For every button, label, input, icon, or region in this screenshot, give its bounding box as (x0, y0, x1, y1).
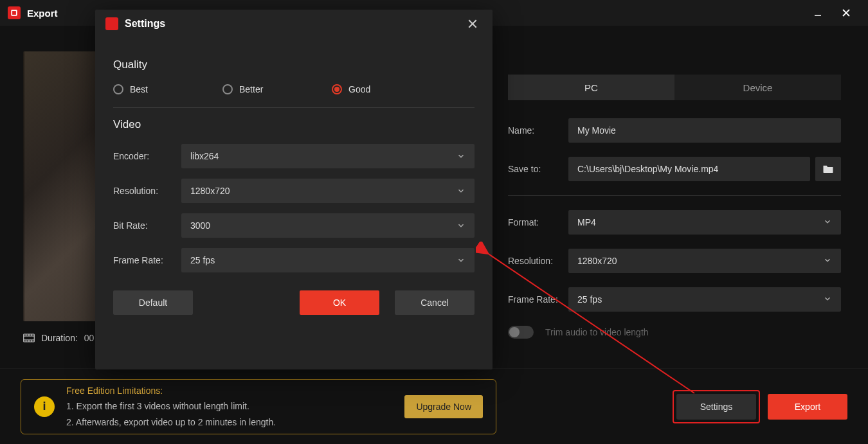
resolution-select[interactable]: 1280x720 (568, 249, 841, 273)
modal-close-button[interactable] (463, 14, 482, 33)
video-heading: Video (113, 118, 475, 131)
encoder-label: Encoder: (113, 151, 181, 161)
settings-modal: Settings Quality Best Better Good Video … (95, 10, 493, 369)
quality-best-radio[interactable]: Best (113, 84, 222, 94)
chevron-down-icon (457, 256, 466, 265)
modal-resolution-label: Resolution: (113, 186, 181, 196)
name-input[interactable] (568, 118, 841, 143)
quality-heading: Quality (113, 58, 475, 71)
encoder-select[interactable]: libx264 (181, 144, 475, 168)
default-button[interactable]: Default (113, 290, 193, 315)
modal-logo (105, 17, 118, 30)
format-value: MP4 (577, 217, 596, 227)
duration-label: Duration: (41, 333, 78, 343)
folder-icon (822, 164, 834, 173)
framerate-label: Frame Rate: (508, 294, 568, 305)
svg-rect-1 (12, 11, 16, 15)
chevron-down-icon (823, 294, 832, 305)
limitations-banner: i Free Edition Limitations: 1. Export th… (21, 379, 496, 434)
framerate-value: 25 fps (577, 294, 602, 305)
format-select[interactable]: MP4 (568, 210, 841, 235)
minimize-button[interactable] (804, 3, 832, 22)
upgrade-button[interactable]: Upgrade Now (404, 395, 483, 418)
save-to-input[interactable] (568, 157, 810, 181)
chevron-down-icon (457, 152, 466, 161)
modal-title: Settings (125, 18, 165, 30)
window-title: Export (27, 8, 58, 19)
framerate-select[interactable]: 25 fps (568, 287, 841, 312)
export-button[interactable]: Export (768, 394, 847, 420)
settings-button[interactable]: Settings (676, 394, 756, 420)
ok-button[interactable]: OK (300, 290, 379, 315)
quality-good-radio[interactable]: Good (332, 84, 370, 94)
limitations-line-1: 1. Export the first 3 videos without len… (66, 398, 393, 414)
modal-framerate-select[interactable]: 25 fps (181, 248, 475, 272)
modal-resolution-select[interactable]: 1280x720 (181, 179, 475, 203)
limitations-title: Free Edition Limitations: (66, 383, 393, 399)
tab-device[interactable]: Device (674, 75, 841, 100)
format-label: Format: (508, 217, 568, 227)
resolution-value: 1280x720 (577, 256, 617, 266)
close-button[interactable] (832, 3, 860, 22)
resolution-label: Resolution: (508, 256, 568, 266)
quality-better-radio[interactable]: Better (222, 84, 332, 94)
bitrate-select[interactable]: 3000 (181, 213, 475, 238)
info-icon: i (34, 396, 55, 417)
trim-audio-toggle[interactable] (508, 326, 534, 339)
save-to-label: Save to: (508, 164, 568, 174)
chevron-down-icon (823, 217, 832, 228)
cancel-button[interactable]: Cancel (395, 290, 475, 315)
annotation-highlight: Settings (673, 390, 760, 423)
bitrate-label: Bit Rate: (113, 220, 181, 231)
name-label: Name: (508, 125, 568, 136)
browse-button[interactable] (815, 157, 841, 181)
chevron-down-icon (823, 256, 832, 267)
modal-framerate-label: Frame Rate: (113, 255, 181, 265)
film-icon (23, 333, 35, 342)
duration-value: 00 (84, 333, 95, 343)
chevron-down-icon (457, 221, 466, 230)
trim-audio-label: Trim audio to video length (545, 327, 649, 337)
chevron-down-icon (457, 186, 466, 195)
limitations-line-2: 2. Afterwards, export video up to 2 minu… (66, 414, 393, 431)
app-logo (8, 6, 21, 19)
tab-pc[interactable]: PC (508, 75, 674, 100)
